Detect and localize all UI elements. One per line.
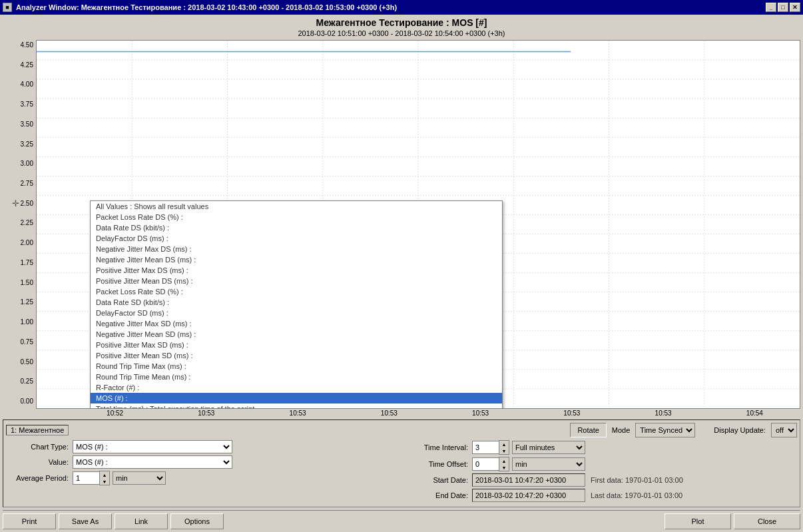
y-axis-label: 3.00 [21,160,33,167]
value-row: Value: MOS (#) : [6,455,398,469]
time-interval-input[interactable] [472,441,499,454]
controls-row1: 1: Межагентное Rotate Mode Time Synced D… [6,423,797,437]
time-interval-label: Time Interval: [405,443,472,451]
y-axis-label: 1.50 [21,279,33,286]
rotate-button[interactable]: Rotate [570,423,606,437]
avg-period-spinner[interactable]: ▲ ▼ [73,471,110,485]
time-interval-unit-select[interactable]: Full minutes [512,441,585,454]
time-offset-unit-select[interactable]: min [512,457,585,471]
chart-section: Межагентное Тестирование : MOS [#] 2018-… [3,17,800,417]
title-bar-left: ■ Analyzer Window: Межагентное Тестирова… [3,3,397,12]
time-interval-up[interactable]: ▲ [499,441,509,447]
start-date-input[interactable] [472,473,585,487]
minimize-button[interactable]: _ [766,3,776,12]
dropdown-item[interactable]: Negative Jitter Max DS (ms) : [91,244,502,254]
display-update-select[interactable]: off [771,423,797,437]
avg-period-input[interactable] [73,471,99,485]
dropdown-item[interactable]: Negative Jitter Mean SD (ms) : [91,329,502,340]
time-offset-input[interactable] [472,457,499,471]
dropdown-item[interactable]: Data Rate DS (kbit/s) : [91,222,502,233]
dropdown-item[interactable]: Round Trip Time Max (ms) : [91,361,502,372]
maximize-button[interactable]: □ [778,3,788,12]
y-axis-label: 4.50 [21,41,33,49]
dropdown-item[interactable]: Packet Loss Rate SD (%) : [91,286,502,297]
time-offset-spinner-btns: ▲ ▼ [499,457,509,471]
left-buttons: Print Save As Link Options [3,513,224,529]
x-axis-label: 10:53 [290,409,306,417]
chart-title: Межагентное Тестирование : MOS [#] [3,17,800,28]
y-axis-label: 1.25 [21,298,33,306]
dropdown-item[interactable]: Packet Loss Rate DS (%) : [91,212,502,222]
x-axis-label: 10:54 [746,409,763,417]
title-bar: ■ Analyzer Window: Межагентное Тестирова… [0,0,803,15]
dropdown-item[interactable]: All Values : Shows all result values [91,201,502,212]
start-date-info: First data: 1970-01-01 03:00 [585,476,683,484]
dropdown-item[interactable]: R-Factor (#) : [91,382,502,393]
dropdown-item[interactable]: Positive Jitter Mean SD (ms) : [91,350,502,361]
time-interval-spinner[interactable]: ▲ ▼ [472,440,509,455]
dropdown-item[interactable]: Negative Jitter Max SD (ms) : [91,318,502,329]
dropdown-item[interactable]: Negative Jitter Mean DS (ms) : [91,254,502,265]
mode-label: Mode [612,426,631,434]
start-date-label: Start Date: [405,476,472,484]
y-axis-label: 0.25 [21,378,33,385]
y-axis-label: 1.00 [21,318,33,326]
avg-period-up[interactable]: ▲ [100,471,109,478]
dropdown-panel[interactable]: All Values : Shows all result valuesPack… [90,200,503,409]
time-interval-down[interactable]: ▼ [499,447,509,454]
avg-period-unit-select[interactable]: min [113,471,166,485]
start-date-row: Start Date: First data: 1970-01-01 03:00 [405,473,797,487]
y-axis-label: 2.75 [21,180,33,187]
time-offset-spinner[interactable]: ▲ ▼ [472,457,509,471]
y-axis-label: 3.25 [21,140,33,148]
y-axis-label: 1.75 [21,259,33,266]
chart-type-select[interactable]: MOS (#) : [73,440,232,453]
plot-button[interactable]: Plot [665,513,731,529]
x-axis-label: 10:53 [472,409,489,417]
time-interval-spinner-btns: ▲ ▼ [499,440,509,455]
y-axis-label: 3.75 [21,101,33,108]
dropdown-item[interactable]: Total time (ms) : Total execution time o… [91,403,502,409]
display-update-label: Display Update: [714,426,766,434]
dropdown-item[interactable]: DelayFactor DS (ms) : [91,233,502,244]
crosshair-icon: ✛ [12,198,19,208]
avg-period-label: Average Period: [6,474,73,482]
right-buttons: Plot Close [665,513,800,529]
dropdown-item[interactable]: Round Trip Time Mean (ms) : [91,372,502,382]
x-axis-label: 10:53 [198,409,214,417]
link-button[interactable]: Link [115,513,168,529]
value-select[interactable]: MOS (#) : [73,455,232,469]
bottom-buttons: Print Save As Link Options Plot Close [3,510,800,529]
avg-period-down[interactable]: ▼ [100,478,109,485]
print-button[interactable]: Print [3,513,56,529]
options-button[interactable]: Options [170,513,224,529]
segment-info: 1: Межагентное [6,425,69,435]
end-date-row: End Date: Last data: 1970-01-01 03:00 [405,489,797,502]
dropdown-item[interactable]: MOS (#) : [91,393,502,403]
y-axis-label: 2.00 [21,239,33,246]
dropdown-item[interactable]: Data Rate SD (kbit/s) : [91,297,502,308]
mode-select[interactable]: Time Synced [635,423,695,437]
chart-plot[interactable]: All Values : Shows all result valuesPack… [36,40,800,409]
app-icon: ■ [3,3,12,12]
end-date-info: Last data: 1970-01-01 03:00 [585,491,682,499]
dropdown-item[interactable]: DelayFactor SD (ms) : [91,308,502,318]
x-axis-label: 10:53 [381,409,398,417]
close-button[interactable]: Close [734,513,800,529]
dropdown-item[interactable]: Positive Jitter Mean DS (ms) : [91,276,502,286]
time-offset-down[interactable]: ▼ [499,464,509,471]
chart-subtitle: 2018-03-02 10:51:00 +0300 - 2018-03-02 1… [3,29,800,37]
dropdown-item[interactable]: Positive Jitter Max SD (ms) : [91,340,502,350]
y-axis-label: 0.75 [21,338,33,346]
close-button[interactable]: ✕ [790,3,800,12]
y-axis-label: 2.50 [21,200,33,207]
time-interval-row: Time Interval: ▲ ▼ Full minutes [405,440,797,455]
dropdown-item[interactable]: Positive Jitter Max DS (ms) : [91,265,502,276]
x-axis-label: 10:53 [563,409,580,417]
y-axis-label: 0.50 [21,358,33,366]
time-offset-up[interactable]: ▲ [499,457,509,464]
end-date-input[interactable] [472,489,585,502]
y-axis-label: 2.25 [21,219,33,226]
x-axis-label: 10:52 [107,409,123,417]
save-as-button[interactable]: Save As [59,513,112,529]
